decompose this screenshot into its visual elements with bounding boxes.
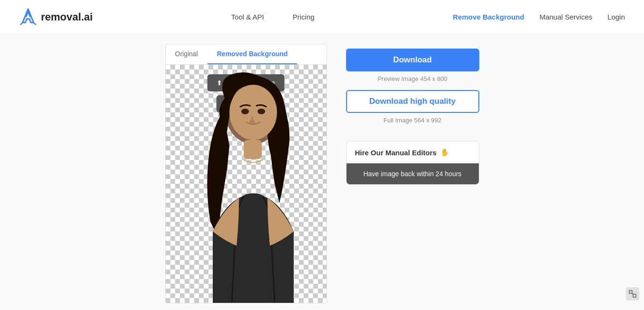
logo-icon [19, 7, 37, 27]
expand-icon [629, 290, 636, 298]
tab-original[interactable]: Original [166, 44, 208, 64]
tab-removed-background[interactable]: Removed Background [208, 44, 297, 64]
download-button[interactable]: Download [346, 49, 479, 71]
main-content: Original Removed Background ⬆ Erase & Re… [0, 34, 644, 310]
nav-tool-api[interactable]: Tool & API [231, 13, 264, 21]
svg-rect-2 [244, 140, 262, 159]
header-nav-left: Tool & API Pricing [231, 13, 315, 21]
download-section: Download Preview Image 454 x 800 [346, 49, 479, 82]
header-nav-right: Remove Background Manual Services Login [453, 13, 625, 21]
manual-card-bottom: Have image back within 24 hours [347, 163, 479, 184]
image-area: ⬆ Erase & Restore ✂ Editor tool [166, 65, 327, 303]
manual-card-subtitle: Have image back within 24 hours [363, 170, 461, 178]
svg-point-3 [241, 109, 249, 114]
content-wrapper: Original Removed Background ⬆ Erase & Re… [165, 44, 479, 303]
nav-pricing[interactable]: Pricing [293, 13, 315, 21]
header: removal.ai Tool & API Pricing Remove Bac… [0, 0, 644, 34]
nav-login[interactable]: Login [607, 13, 625, 21]
preview-info: Preview Image 454 x 800 [346, 75, 479, 82]
svg-point-1 [229, 85, 277, 140]
full-info: Full Image 564 x 992 [346, 117, 479, 124]
manual-card-label: Hire Our Manual Editors [355, 149, 437, 157]
tabs: Original Removed Background [166, 44, 327, 65]
logo-area[interactable]: removal.ai [19, 7, 93, 27]
download-hq-button[interactable]: Download high quality [346, 90, 479, 113]
svg-rect-6 [633, 294, 636, 297]
floating-icon[interactable] [626, 287, 639, 300]
person-silhouette [184, 70, 308, 303]
image-panel: Original Removed Background ⬆ Erase & Re… [165, 44, 327, 303]
manual-editors-card[interactable]: Hire Our Manual Editors ✋ Have image bac… [346, 141, 479, 185]
nav-remove-background[interactable]: Remove Background [453, 13, 524, 21]
nav-manual-services[interactable]: Manual Services [539, 13, 592, 21]
right-panel: Download Preview Image 454 x 800 Downloa… [346, 44, 479, 185]
hand-wave-emoji: ✋ [440, 148, 449, 157]
svg-rect-5 [629, 290, 632, 293]
download-hq-section: Download high quality Full Image 564 x 9… [346, 90, 479, 124]
manual-card-top: Hire Our Manual Editors ✋ [347, 141, 479, 163]
svg-point-4 [258, 109, 265, 114]
logo-text: removal.ai [41, 11, 93, 23]
